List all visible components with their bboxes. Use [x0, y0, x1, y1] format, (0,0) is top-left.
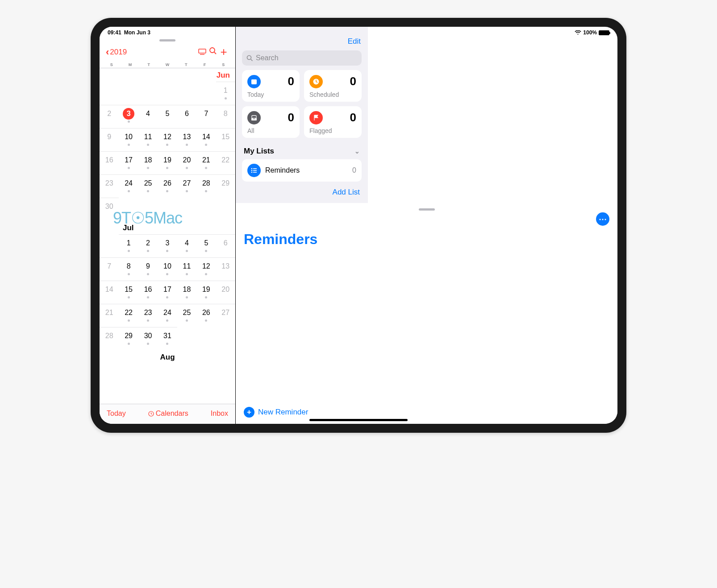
day-cell[interactable]: 9 — [100, 128, 119, 151]
list-bullet-icon — [247, 164, 261, 177]
day-cell[interactable]: 12 — [196, 257, 216, 281]
day-cell[interactable]: 31 — [158, 327, 177, 350]
day-cell[interactable]: 19 — [158, 151, 177, 174]
day-cell[interactable]: 17 — [158, 281, 177, 304]
day-cell[interactable]: 16 — [138, 281, 158, 304]
month-label: Aug — [100, 350, 235, 364]
inbox-button[interactable]: Inbox — [211, 410, 228, 418]
reminders-main: 100% ⋯ Reminders + New Reminder — [236, 203, 617, 424]
day-cell[interactable]: 21 — [100, 304, 119, 327]
day-cell[interactable]: 2 — [138, 234, 158, 257]
day-cell[interactable]: 27 — [177, 174, 196, 198]
chevron-down-icon[interactable]: ⌄ — [354, 148, 360, 155]
day-cell[interactable]: 4 — [138, 105, 158, 128]
day-cell[interactable]: 15 — [216, 128, 235, 151]
day-cell[interactable]: 23 — [138, 304, 158, 327]
add-list-button[interactable]: Add List — [236, 182, 368, 203]
status-date: Mon Jun 3 — [124, 29, 150, 36]
day-cell[interactable]: 1 — [119, 234, 138, 257]
card-all[interactable]: 0All — [242, 106, 300, 138]
day-cell[interactable]: 24 — [158, 304, 177, 327]
back-to-year-button[interactable]: ‹ 2019 — [106, 46, 127, 58]
day-cell[interactable]: 22 — [119, 304, 138, 327]
day-cell[interactable]: 5 — [196, 234, 216, 257]
day-cell[interactable]: 25 — [177, 304, 196, 327]
search-icon[interactable] — [208, 47, 218, 57]
card-label: Today — [247, 91, 294, 98]
day-cell[interactable]: 18 — [138, 151, 158, 174]
day-cell[interactable]: 5 — [158, 105, 177, 128]
day-cell[interactable]: 30 — [138, 327, 158, 350]
battery-percent: 100% — [583, 29, 597, 36]
view-mode-icon[interactable] — [197, 47, 208, 57]
day-cell[interactable]: 12 — [158, 128, 177, 151]
day-cell[interactable]: 3 — [158, 234, 177, 257]
day-cell[interactable]: 25 — [138, 174, 158, 198]
day-cell[interactable]: 3 — [119, 105, 138, 128]
card-today[interactable]: 0Today — [242, 70, 300, 102]
day-cell[interactable]: 23 — [100, 174, 119, 198]
day-cell[interactable]: 7 — [196, 105, 216, 128]
status-bar-right: 100% — [236, 27, 617, 37]
svg-rect-12 — [253, 168, 257, 169]
day-cell[interactable]: 29 — [119, 327, 138, 350]
card-scheduled[interactable]: 0Scheduled — [304, 70, 362, 102]
day-cell[interactable]: 15 — [119, 281, 138, 304]
day-cell[interactable]: 8 — [119, 257, 138, 281]
calendars-button[interactable]: Calendars — [148, 410, 188, 418]
calendar-app: 09:41 Mon Jun 3 ‹ 2019 + SMTWTFS Jun1234… — [100, 27, 236, 424]
reminders-sidebar: Edit Search 0Today0Scheduled0All0Flagged… — [236, 27, 368, 203]
day-cell[interactable]: 6 — [216, 234, 235, 257]
day-cell[interactable]: 7 — [100, 257, 119, 281]
day-cell[interactable]: 4 — [177, 234, 196, 257]
card-flagged[interactable]: 0Flagged — [304, 106, 362, 138]
day-cell[interactable]: 21 — [196, 151, 216, 174]
more-button[interactable]: ⋯ — [596, 212, 609, 226]
day-cell[interactable]: 8 — [216, 105, 235, 128]
day-cell[interactable]: 10 — [119, 128, 138, 151]
day-cell[interactable]: 11 — [138, 128, 158, 151]
day-cell[interactable]: 6 — [177, 105, 196, 128]
day-cell[interactable]: 17 — [119, 151, 138, 174]
day-cell[interactable]: 26 — [196, 304, 216, 327]
day-cell[interactable]: 22 — [216, 151, 235, 174]
day-cell[interactable]: 2 — [100, 105, 119, 128]
flag-icon — [309, 111, 323, 124]
card-count: 0 — [350, 111, 356, 124]
svg-rect-0 — [199, 49, 206, 53]
search-input[interactable]: Search — [242, 50, 362, 66]
back-year-label: 2019 — [110, 48, 127, 57]
home-indicator[interactable] — [309, 419, 408, 421]
day-cell[interactable]: 27 — [216, 304, 235, 327]
day-cell[interactable]: 10 — [158, 257, 177, 281]
list-item[interactable]: Reminders0 — [242, 159, 362, 182]
day-cell[interactable]: 28 — [196, 174, 216, 198]
day-cell[interactable]: 9 — [138, 257, 158, 281]
day-cell[interactable]: 30 — [100, 198, 119, 221]
svg-rect-8 — [251, 79, 257, 81]
new-reminder-button[interactable]: + New Reminder — [236, 401, 617, 424]
screen: 09:41 Mon Jun 3 ‹ 2019 + SMTWTFS Jun1234… — [100, 27, 617, 424]
day-cell[interactable]: 14 — [100, 281, 119, 304]
day-cell[interactable]: 24 — [119, 174, 138, 198]
day-cell[interactable]: 18 — [177, 281, 196, 304]
day-cell[interactable]: 20 — [216, 281, 235, 304]
add-event-button[interactable]: + — [218, 45, 229, 59]
day-cell[interactable]: 16 — [100, 151, 119, 174]
multitask-grabber[interactable] — [419, 208, 435, 211]
day-cell[interactable]: 26 — [158, 174, 177, 198]
day-cell[interactable]: 13 — [177, 128, 196, 151]
day-cell[interactable]: 14 — [196, 128, 216, 151]
calendar-scroll[interactable]: Jun1234567891011121314151617181920212223… — [100, 68, 235, 404]
today-button[interactable]: Today — [107, 410, 126, 418]
card-count: 0 — [288, 111, 294, 124]
day-cell[interactable]: 13 — [216, 257, 235, 281]
day-cell[interactable]: 28 — [100, 327, 119, 350]
day-cell[interactable]: 11 — [177, 257, 196, 281]
day-cell[interactable]: 29 — [216, 174, 235, 198]
day-cell[interactable]: 19 — [196, 281, 216, 304]
day-cell[interactable]: 20 — [177, 151, 196, 174]
day-cell[interactable]: 1 — [216, 82, 235, 105]
calendar-icon — [247, 75, 261, 88]
tray-icon — [247, 111, 261, 124]
